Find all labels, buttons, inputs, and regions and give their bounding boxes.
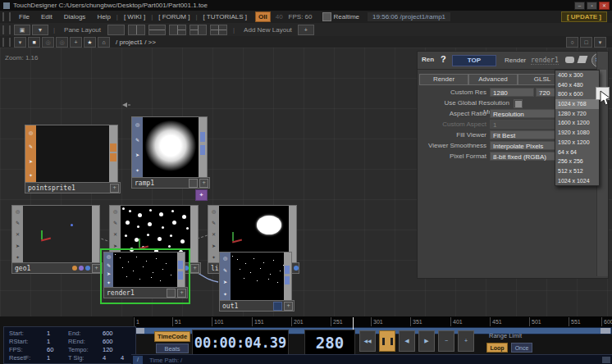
- resolution-option[interactable]: 1024 x 1024: [555, 176, 599, 186]
- history-forward-icon[interactable]: ◎: [56, 37, 68, 48]
- tab-render[interactable]: Render: [419, 74, 468, 85]
- realtime-checkbox[interactable]: [322, 12, 331, 21]
- arrow-flag-icon[interactable]: ➤: [29, 159, 33, 164]
- resolution-option[interactable]: 800 x 600: [555, 89, 599, 99]
- viewer-flag-icon[interactable]: ◎: [113, 209, 117, 214]
- node-connector-strip[interactable]: [177, 253, 185, 287]
- node-name-bar[interactable]: geo1 +: [11, 262, 103, 274]
- toolbar-grip[interactable]: [2, 25, 11, 34]
- language-toggle-icon[interactable]: [578, 56, 588, 63]
- breadcrumb[interactable]: / project1 / >>: [116, 39, 156, 46]
- node-connector-strip[interactable]: [109, 125, 117, 183]
- node-render1[interactable]: ◎ ✎ ➤ ✦: [103, 252, 185, 288]
- node-flag-column[interactable]: ◎ ✎ ➤ ✦: [104, 253, 113, 287]
- node-connector-strip[interactable]: [284, 253, 291, 300]
- pause-button[interactable]: [379, 330, 395, 352]
- node-flag-column[interactable]: ◎ ✎ ✕ ➤ ✦: [12, 206, 23, 263]
- end-value[interactable]: 600: [103, 330, 113, 337]
- node-flag-column[interactable]: ◎ ✎ ➤ ✦: [25, 125, 36, 183]
- add-layout-button[interactable]: +: [298, 25, 314, 35]
- spark-flag-icon[interactable]: ✦: [135, 168, 139, 173]
- tab-advanced[interactable]: Advanced: [468, 74, 518, 85]
- toolbar-grip[interactable]: [2, 12, 11, 21]
- pane-collapse-icon[interactable]: ▾: [594, 37, 606, 48]
- expand-plus-button[interactable]: +: [110, 184, 119, 193]
- node-flag-column[interactable]: ◎ ✎ ✕ ➤ ✦: [208, 206, 219, 263]
- start-value[interactable]: 1: [47, 330, 50, 337]
- play-forward-button[interactable]: ▶: [418, 330, 435, 352]
- arrow-flag-icon[interactable]: ➤: [107, 271, 111, 276]
- display-flag[interactable]: [85, 266, 90, 271]
- timecode-mode-button[interactable]: TimeCode: [154, 331, 190, 342]
- expand-plus-button[interactable]: +: [190, 264, 199, 273]
- perf-badge[interactable]: OII: [255, 11, 271, 22]
- spark-flag-icon[interactable]: ✦: [16, 255, 20, 260]
- menu-forum[interactable]: [ FORUM ]: [153, 13, 195, 20]
- layout-preset-right-split[interactable]: [190, 25, 207, 35]
- node-flag-column[interactable]: ◎ ✎ ➤ ✦: [220, 253, 231, 300]
- menu-dialogs[interactable]: Dialogs: [58, 13, 92, 20]
- home-icon[interactable]: ⌂: [98, 37, 110, 48]
- node-viewer[interactable]: [231, 253, 284, 300]
- top-output-connector[interactable]: [178, 261, 183, 269]
- spark-flag-icon[interactable]: ✦: [107, 280, 111, 285]
- pencil-icon[interactable]: ✎: [135, 138, 139, 143]
- resolution-option[interactable]: 1920 x 1080: [555, 128, 599, 138]
- close-button[interactable]: ✕: [599, 2, 610, 10]
- menu-help[interactable]: Help: [91, 13, 116, 20]
- spark-flag-icon[interactable]: ✦: [223, 292, 227, 297]
- comment-bubble-icon[interactable]: [565, 57, 574, 63]
- custom-res-width-field[interactable]: 1280: [490, 88, 534, 97]
- flag-button[interactable]: [189, 179, 198, 188]
- x-flag-icon[interactable]: ✕: [212, 232, 216, 237]
- beats-mode-button[interactable]: Beats: [156, 344, 189, 353]
- viewer-flag-icon[interactable]: ◎: [212, 209, 216, 214]
- slash-icon[interactable]: /: [133, 356, 143, 364]
- expand-plus-button[interactable]: +: [177, 289, 186, 298]
- mat-input-connector[interactable]: [110, 153, 116, 162]
- update-button[interactable]: [ UPDATE ]: [561, 11, 607, 22]
- top-output-connector[interactable]: [200, 132, 205, 142]
- resolution-option[interactable]: 64 x 64: [555, 148, 599, 157]
- pencil-icon[interactable]: ✎: [29, 144, 33, 149]
- back-caret-icon[interactable]: ▾: [14, 37, 26, 48]
- display-flag[interactable]: [294, 266, 299, 271]
- range-end-handle[interactable]: [601, 328, 610, 334]
- stop-square-icon[interactable]: ■: [28, 37, 40, 48]
- resolution-option[interactable]: 256 x 256: [555, 157, 599, 166]
- pencil-icon[interactable]: ✎: [16, 221, 20, 225]
- viewer-flag-icon[interactable]: ◎: [223, 256, 227, 261]
- node-connector-strip[interactable]: [190, 206, 198, 263]
- history-back-icon[interactable]: ◎: [42, 37, 54, 48]
- node-name-bar[interactable]: render1 +: [103, 287, 188, 298]
- render-flag[interactable]: [72, 266, 77, 271]
- viewer-flag-icon[interactable]: ◎: [135, 122, 139, 127]
- node-flag-column[interactable]: ◎ ✎ ➤ ✦: [132, 117, 143, 178]
- arrow-flag-icon[interactable]: ➤: [212, 243, 216, 248]
- scrollbar-nub[interactable]: [602, 357, 610, 363]
- expand-plus-button[interactable]: +: [284, 302, 293, 311]
- arrow-flag-icon[interactable]: ➤: [223, 280, 227, 284]
- step-back-button[interactable]: ◀: [399, 330, 415, 352]
- node-viewer[interactable]: [23, 206, 92, 263]
- palette-icon[interactable]: ✦: [195, 189, 208, 201]
- layout-preset-vsplit[interactable]: [128, 25, 145, 35]
- node-connector-strip[interactable]: [92, 206, 99, 263]
- pane-maximize-icon[interactable]: □: [580, 37, 592, 48]
- pencil-icon[interactable]: ✎: [113, 221, 117, 225]
- frame-ruler[interactable]: 1 51 101 151 201 251 301 351 401 451 501…: [133, 316, 612, 328]
- resolution-option[interactable]: 1600 x 1200: [555, 118, 599, 128]
- node-viewer[interactable]: [36, 125, 109, 183]
- resolution-option-hover[interactable]: 1024 x 768: [555, 99, 599, 109]
- pencil-icon[interactable]: ✎: [107, 263, 111, 268]
- frame-display[interactable]: 280: [304, 330, 355, 357]
- viewer-flag-icon[interactable]: ◎: [107, 254, 111, 259]
- node-connector-strip[interactable]: [199, 117, 207, 178]
- viewer-flag-icon[interactable]: ◎: [29, 130, 33, 135]
- fps-value[interactable]: 60: [47, 346, 53, 353]
- mat-output-connector[interactable]: [110, 143, 116, 152]
- node-viewer[interactable]: [113, 253, 177, 287]
- node-name-bar[interactable]: out1 +: [219, 300, 295, 312]
- rend-value[interactable]: 600: [103, 338, 113, 345]
- step-minus-button[interactable]: −: [438, 330, 454, 352]
